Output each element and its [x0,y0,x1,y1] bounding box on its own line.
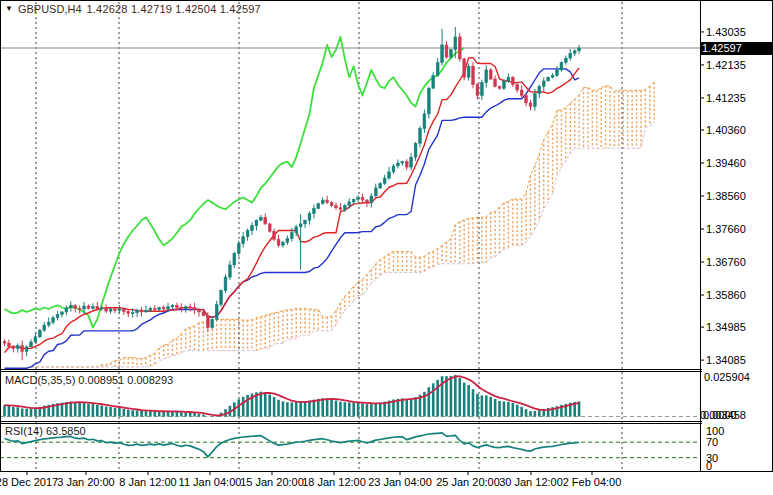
candle-body [122,309,125,312]
candle-body [109,309,112,311]
candle-body [158,308,161,310]
candle-body [184,307,187,309]
rsi-indicator-label: RSI(14) 63.5850 [5,425,86,437]
price-axis-label: 1.35860 [706,289,746,301]
period-separators [36,2,622,471]
candle-body [427,88,430,114]
candle-body [92,306,95,308]
candle-body [542,81,545,87]
macd-indicator-label: MACD(5,35,5) 0.008951 0.008293 [5,374,173,386]
candle-body [131,313,134,314]
candle-body [374,188,377,196]
candle-body [136,310,139,313]
price-axis-label: 1.41235 [706,92,746,104]
candle-body [494,79,497,86]
candle-body [520,90,523,96]
candle-body [547,77,550,81]
time-axis-label: 25 Jan 20:00 [436,476,500,488]
candle-body [206,316,209,328]
candle-body [224,277,227,291]
candle-body [348,202,351,206]
candle-body [229,265,232,277]
candle-body [202,312,205,316]
candle-body [383,178,386,184]
price-axis-label: 1.37660 [706,223,746,235]
candle-body [529,103,532,107]
candle-body [454,37,457,50]
candle-body [246,231,249,237]
candle-body [215,305,218,320]
candle-body [441,45,444,63]
time-axis-label: 15 Jan 20:00 [240,476,304,488]
candle-body [105,308,108,311]
candle-body [498,86,501,88]
candle-body [299,224,302,227]
candle-body [578,48,581,51]
candle-body [8,343,11,346]
candle-body [198,310,201,312]
candle-body [551,75,554,77]
candle-body [47,322,50,325]
candle-body [69,305,72,308]
candle-body [472,66,475,84]
candle-body [61,312,64,315]
candle-body [308,214,311,221]
time-axis-label: 8 Jan 12:00 [119,476,177,488]
candle-body [436,63,439,76]
rsi-axis-label: 100 [706,425,724,437]
candle-body [127,312,130,314]
candle-body [255,220,258,226]
candle-body [273,231,276,239]
candle-body [432,75,435,88]
candle-body [396,163,399,166]
candle-body [335,206,338,208]
candle-body [21,346,24,352]
candle-body [251,226,254,231]
candle-body [370,196,373,203]
time-axis-label: 23 Jan 04:00 [368,476,432,488]
candle-body [321,200,324,204]
candle-body [140,310,143,312]
chikou-span-line [5,37,465,328]
candle-body [16,346,19,349]
candle-body [339,208,342,209]
price-axis-label: 1.38560 [706,190,746,202]
candle-body [357,198,360,200]
candle-body [476,85,479,96]
candle-body [65,308,68,312]
chart-window: 1.430351.421351.412351.403601.394601.385… [0,0,773,495]
candle-body [96,306,99,309]
candle-body [74,305,77,308]
candle-body [145,310,148,311]
candle-body [114,309,117,310]
candle-body [220,291,223,305]
symbol-dropdown-icon[interactable]: ▼ [5,4,13,14]
time-axis-label: 11 Jan 04:00 [179,476,242,488]
rsi-axis-label: 70 [706,436,718,448]
title-ohlc-values: 1.42628 1.42719 1.42504 1.42597 [87,3,261,15]
rsi-axis-label: 0 [706,460,712,472]
candle-body [467,66,470,77]
candle-body [171,305,174,306]
candle-body [366,200,369,203]
chart-canvas[interactable]: 1.430351.421351.412351.403601.394601.385… [0,0,773,495]
candle-body [43,325,46,330]
price-axis: 1.430351.421351.412351.403601.394601.385… [700,26,746,366]
candle-body [534,94,537,107]
candle-body [264,217,267,224]
candle-body [401,162,404,163]
candle-body [503,81,506,88]
candle-body [78,308,81,309]
candle-body [463,59,466,77]
candle-body [405,162,408,168]
symbol-period-label: GBPUSD,H4 [18,3,82,15]
time-axis-label: 30 Jan 12:00 [499,476,563,488]
candle-body [304,220,307,224]
candle-body [573,51,576,54]
candle-body [290,233,293,239]
candle-body [295,227,298,233]
candle-body [538,86,541,93]
candle-body [511,77,514,84]
candle-body [326,200,329,203]
candle-body [569,53,572,58]
